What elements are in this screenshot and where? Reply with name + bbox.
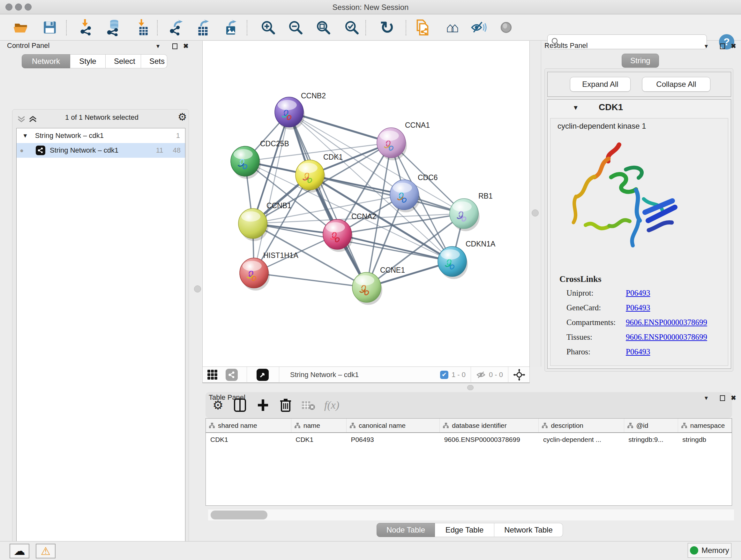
column-header-canonical-name[interactable]: canonical name	[346, 419, 440, 433]
table-row[interactable]: CDK1CDK1P064939606.ENSP00000378699cyclin…	[206, 433, 732, 446]
delete-column-icon[interactable]	[280, 398, 292, 413]
close-panel-icon[interactable]: ✖	[731, 42, 736, 50]
node-label-CDC6: CDC6	[418, 173, 438, 182]
crosslink-link[interactable]: P06493	[626, 348, 650, 356]
horizontal-scrollbar[interactable]	[208, 509, 734, 520]
column-header-database-identifier[interactable]: database identifier	[440, 419, 539, 433]
panel-menu-icon[interactable]: ▾	[704, 394, 708, 401]
network-row-selected[interactable]: ● String Network – cdk1 11 48	[17, 143, 185, 158]
cloud-status-button[interactable]: ☁	[10, 544, 29, 558]
clone-network-button[interactable]	[413, 18, 431, 37]
column-header-shared-name[interactable]: shared name	[206, 419, 291, 433]
hidden-eye-icon[interactable]	[476, 370, 486, 380]
tab-network-table[interactable]: Network Table	[494, 523, 563, 537]
collapse-all-icon[interactable]	[17, 115, 39, 124]
crosslink-link[interactable]: 9606.ENSP00000378699	[626, 318, 707, 327]
hide-graphics-details-button[interactable]	[469, 18, 487, 37]
node-RB1[interactable]: RB1	[450, 192, 493, 231]
column-header--id[interactable]: @id	[624, 419, 678, 433]
import-network-file-button[interactable]	[77, 18, 95, 37]
grid-view-icon[interactable]	[207, 369, 218, 380]
collapse-triangle-icon[interactable]: ▼	[572, 104, 579, 111]
save-session-button[interactable]	[41, 18, 59, 37]
zoom-fit-button[interactable]	[314, 18, 332, 37]
crosslink-link[interactable]: P06493	[626, 303, 650, 312]
export-network-button[interactable]	[167, 18, 185, 37]
panel-menu-icon[interactable]: ▾	[704, 42, 708, 50]
tab-select[interactable]: Select	[106, 54, 141, 68]
import-table-button[interactable]	[133, 18, 151, 37]
edge-CCNB2-CCNE1[interactable]	[289, 112, 367, 287]
column-header-label: description	[551, 422, 583, 429]
network-collection-row[interactable]: ▼ String Network – cdk1 1	[17, 128, 185, 143]
scrollbar-thumb[interactable]	[211, 510, 267, 519]
panel-menu-icon[interactable]: ▾	[156, 42, 159, 50]
collapse-all-button[interactable]: Collapse All	[642, 77, 711, 91]
table-cell[interactable]: cyclin-dependent ...	[539, 433, 624, 446]
string-style-icon[interactable]	[226, 369, 238, 381]
add-column-icon[interactable]	[257, 398, 269, 412]
crosslink-label: GeneCard:	[566, 303, 601, 312]
export-image-icon	[222, 19, 239, 36]
close-panel-icon[interactable]: ✖	[731, 394, 736, 401]
selected-nodes-checkbox-icon[interactable]: ✔	[440, 371, 448, 379]
float-panel-icon[interactable]	[720, 44, 725, 49]
tab-sets[interactable]: Sets	[141, 54, 167, 68]
node-CDKN1A[interactable]: CDKN1A	[438, 240, 495, 279]
close-panel-icon[interactable]: ✖	[183, 42, 189, 50]
column-header-namespace[interactable]: namespace	[678, 419, 731, 433]
fit-selected-crosshair-icon[interactable]	[513, 368, 526, 381]
node-CDC6[interactable]: CDC6	[390, 173, 438, 212]
string-home-button[interactable]: ⌂⌂	[442, 18, 460, 37]
tab-edge-table[interactable]: Edge Table	[435, 523, 494, 537]
table-cell[interactable]: P06493	[346, 433, 440, 446]
zoom-in-button[interactable]	[259, 18, 277, 37]
node-CCNB2[interactable]: CCNB2	[275, 91, 326, 130]
float-panel-icon[interactable]	[172, 44, 178, 49]
edge-HIST1H1A-CCNE1[interactable]	[254, 273, 367, 287]
table-cell[interactable]: stringdb	[678, 433, 731, 446]
table-cell[interactable]: stringdb:9...	[624, 433, 678, 446]
gear-icon[interactable]: ⚙	[178, 111, 187, 123]
zoom-out-button[interactable]	[286, 18, 305, 37]
node-HIST1H1A[interactable]: HIST1H1A	[240, 251, 299, 291]
left-splitter-handle[interactable]	[194, 286, 201, 293]
network-view-title: String Network – cdk1	[290, 371, 359, 379]
tab-node-table[interactable]: Node Table	[377, 523, 435, 537]
node-CDK1[interactable]: CDK1	[295, 153, 343, 192]
delete-table-icon[interactable]	[301, 399, 315, 411]
float-panel-icon[interactable]	[720, 395, 725, 401]
table-cell[interactable]: 9606.ENSP00000378699	[440, 433, 539, 446]
toolbar-separator	[247, 20, 247, 36]
import-network-database-button[interactable]	[105, 18, 123, 37]
network-canvas[interactable]: CCNB2CCNA1CDC25BCDK1CDC6RB1CCNB1CCNA2CDK…	[202, 41, 530, 367]
horizontal-splitter-handle[interactable]	[467, 385, 474, 390]
tab-network[interactable]: Network	[22, 54, 70, 68]
separator	[247, 367, 247, 383]
column-header-description[interactable]: description	[539, 419, 624, 433]
memory-status-icon	[690, 546, 698, 555]
export-image-button[interactable]	[221, 18, 239, 37]
open-in-window-icon[interactable]	[257, 369, 269, 381]
column-header-name[interactable]: name	[291, 419, 346, 433]
crosslink-link[interactable]: 9606.ENSP00000378699	[626, 333, 707, 341]
warnings-button[interactable]: ⚠	[36, 544, 56, 558]
apply-layout-button[interactable]: ↻	[378, 18, 396, 37]
memory-button[interactable]: Memory	[688, 543, 731, 558]
expand-all-button[interactable]: Expand All	[570, 77, 630, 91]
column-header-label: @id	[636, 422, 649, 429]
separator	[471, 367, 471, 383]
table-cell[interactable]: CDK1	[291, 433, 346, 446]
expand-triangle-icon[interactable]: ▼	[22, 132, 28, 139]
zoom-selected-button[interactable]	[343, 18, 360, 37]
node-CCNA1[interactable]: CCNA1	[377, 121, 430, 160]
function-builder-button[interactable]: f(x)	[324, 399, 339, 411]
tab-style[interactable]: Style	[70, 54, 106, 68]
tab-string[interactable]: String	[622, 54, 659, 68]
network-graph[interactable]: CCNB2CCNA1CDC25BCDK1CDC6RB1CCNB1CCNA2CDK…	[203, 41, 529, 366]
crosslink-link[interactable]: P06493	[626, 289, 650, 298]
open-session-button[interactable]	[12, 18, 30, 37]
export-table-button[interactable]	[194, 18, 212, 37]
table-cell[interactable]: CDK1	[206, 433, 291, 446]
birdseye-view-button[interactable]	[497, 18, 515, 37]
